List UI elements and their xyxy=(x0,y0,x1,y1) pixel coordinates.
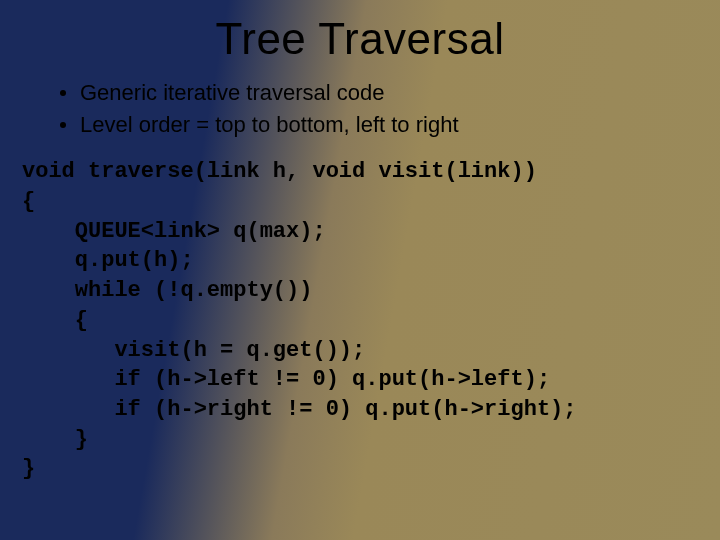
list-item: Generic iterative traversal code xyxy=(60,78,720,108)
bullet-list: Generic iterative traversal code Level o… xyxy=(60,78,720,139)
bullet-icon xyxy=(60,122,66,128)
slide-title: Tree Traversal xyxy=(0,0,720,70)
bullet-text: Level order = top to bottom, left to rig… xyxy=(80,110,459,140)
bullet-text: Generic iterative traversal code xyxy=(80,78,384,108)
code-block: void traverse(link h, void visit(link)) … xyxy=(22,157,720,484)
list-item: Level order = top to bottom, left to rig… xyxy=(60,110,720,140)
bullet-icon xyxy=(60,90,66,96)
